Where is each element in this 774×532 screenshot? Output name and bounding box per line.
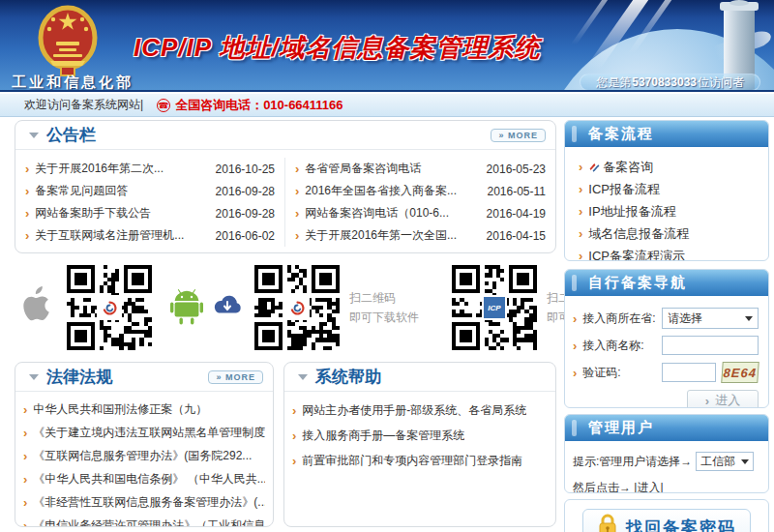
captcha-image[interactable]: 8E64 <box>722 362 759 383</box>
arrow-bullet-icon: › <box>579 249 582 261</box>
law-item[interactable]: ›中华人民共和国刑法修正案（九） <box>15 398 273 421</box>
laws-header: 法律法规 » MORE <box>15 363 273 392</box>
qr-center-logo-red <box>286 297 308 318</box>
process-link[interactable]: ›ICP报备流程 <box>579 178 768 200</box>
announcement-item[interactable]: ›关于开展2016年第二次...2016-10-25 <box>25 158 275 180</box>
process-link-label: IP地址报备流程 <box>588 203 675 221</box>
announcements-panel: 公告栏 » MORE ›关于开展2016年第二次...2016-10-25 ›备… <box>15 120 556 253</box>
retrieve-password-button[interactable]: 找回备案密码 <box>582 509 751 532</box>
announcement-date: 2016-04-15 <box>487 229 546 243</box>
law-item[interactable]: ›《互联网信息服务管理办法》(国务院292... <box>15 444 273 467</box>
law-item[interactable]: ›《非经营性互联网信息服务备案管理办法》(... <box>15 490 273 514</box>
welcome-text: 欢迎访问备案系统网站| <box>24 97 143 113</box>
hotline-label: 全国咨询电话： <box>175 98 263 112</box>
announcement-item[interactable]: ›网站备案助手下载公告2016-09-28 <box>25 202 275 224</box>
admin-enter-row: 然后点击→ |进入| <box>573 480 760 493</box>
caption-line: 扫二维码 <box>349 288 419 308</box>
apple-icon <box>20 286 53 329</box>
law-title: 《电信业务经营许可管理办法》（工业和信息... <box>33 517 265 528</box>
cloud-download-icon <box>212 294 243 321</box>
help-item[interactable]: ›接入服务商手册—备案管理系统 <box>284 423 555 448</box>
help-item-title: 网站主办者使用手册-部级系统、各省局系统 <box>302 402 526 419</box>
laws-title: 法律法规 <box>46 366 112 388</box>
phone-icon: ☎ <box>157 99 170 112</box>
announcement-date: 2016-09-28 <box>216 185 275 198</box>
enter-row: ›进入 <box>573 390 759 408</box>
arrow-bullet-icon: › <box>25 228 29 243</box>
announcement-date: 2016-06-02 <box>216 229 275 243</box>
isp-name-row: › 接入商名称: <box>573 336 759 355</box>
law-title: 《关于建立境内违法互联网站黑名单管理制度... <box>33 425 265 441</box>
qr-center-logo-blue: ICP <box>484 297 505 318</box>
help-title: 系统帮助 <box>315 366 381 388</box>
announcement-date: 2016-05-23 <box>487 163 546 176</box>
isp-name-label: 接入商名称: <box>582 338 662 354</box>
arrow-bullet-icon: › <box>573 311 577 326</box>
announcements-more-button[interactable]: » MORE <box>491 129 546 142</box>
arrow-bullet-icon: › <box>23 426 27 440</box>
process-link[interactable]: ›ICP备案流程演示 <box>579 245 768 261</box>
announcements-left-column: ›关于开展2016年第二次...2016-10-25 ›备案常见问题回答2016… <box>15 158 285 247</box>
announcement-item[interactable]: ›2016年全国各省接入商备案...2016-05-11 <box>295 180 546 202</box>
captcha-input[interactable] <box>662 363 716 382</box>
filing-process-title: 备案流程 <box>588 125 654 143</box>
announcement-item[interactable]: ›各省管局备案咨询电话2016-05-23 <box>295 158 546 180</box>
arrow-icon: › <box>705 394 709 408</box>
announcement-item[interactable]: ›关于开展2016年第一次全国...2016-04-15 <box>295 224 546 247</box>
site-title: ICP/IP 地址/域名信息备案管理系统 <box>134 31 564 65</box>
light-streak <box>571 0 608 44</box>
arrow-bullet-icon: › <box>25 206 29 221</box>
filing-process-panel: 备案流程 ›备案咨询 ›ICP报备流程 ›IP地址报备流程 ›域名信息报备流程 … <box>564 120 769 261</box>
arrow-bullet-icon: › <box>292 403 296 418</box>
announcement-date: 2016-04-19 <box>487 207 546 221</box>
help-header: 系统帮助 <box>284 363 555 392</box>
filing-process-header: 备案流程 <box>565 121 768 147</box>
process-link[interactable]: ›IP地址报备流程 <box>579 200 768 222</box>
announcement-item[interactable]: ›备案常见问题回答2016-09-28 <box>25 180 275 202</box>
help-item[interactable]: ›网站主办者使用手册-部级系统、各省局系统 <box>284 398 555 423</box>
triangle-down-icon <box>29 374 39 380</box>
arrow-bullet-icon: › <box>25 162 29 176</box>
announcement-date: 2016-10-25 <box>216 163 275 176</box>
isp-name-input[interactable] <box>662 336 759 355</box>
announcement-title: 备案常见问题回答 <box>35 183 209 199</box>
announcement-date: 2016-05-11 <box>488 185 547 198</box>
android-icon <box>169 285 204 330</box>
law-item[interactable]: ›《电信业务经营许可管理办法》（工业和信息... <box>15 514 273 527</box>
process-link[interactable]: ›备案咨询 <box>579 156 768 178</box>
caption-line: 即可下载软件 <box>349 308 419 327</box>
arrow-bullet-icon: › <box>295 184 299 198</box>
process-link[interactable]: ›域名信息报备流程 <box>579 222 768 245</box>
announcement-title: 2016年全国各省接入商备案... <box>305 183 481 199</box>
retrieve-password-panel: 找回备案密码 <box>564 499 769 532</box>
help-item-title: 前置审批部门和专项内容管理部门登录指南 <box>302 453 522 469</box>
province-select-value: 请选择 <box>668 310 702 327</box>
law-title: 《互联网信息服务管理办法》(国务院292... <box>33 448 252 464</box>
hotline: 全国咨询电话：010-66411166 <box>175 97 342 114</box>
help-item-title: 接入服务商手册—备案管理系统 <box>302 428 464 444</box>
help-item[interactable]: ›前置审批部门和专项内容管理部门登录指南 <box>284 448 555 473</box>
province-label: 接入商所在省: <box>582 310 662 327</box>
arrow-bullet-icon: › <box>23 449 27 463</box>
qr-download-caption: 扫二维码 即可下载软件 <box>349 288 419 327</box>
law-item[interactable]: ›《关于建立境内违法互联网站黑名单管理制度... <box>15 421 273 444</box>
admin-enter-link[interactable]: |进入| <box>634 480 663 493</box>
arrow-bullet-icon: › <box>23 402 27 417</box>
announcement-item[interactable]: ›关于互联网域名注册管理机...2016-06-02 <box>25 224 275 247</box>
enter-button[interactable]: ›进入 <box>687 390 759 408</box>
law-item[interactable]: ›《中华人民共和国电信条例》 （中华人民共... <box>15 467 273 490</box>
help-list: ›网站主办者使用手册-部级系统、各省局系统 ›接入服务商手册—备案管理系统 ›前… <box>284 392 555 473</box>
chevron-down-icon <box>741 459 749 464</box>
admin-hint-row: 提示:管理用户请选择→ 工信部 <box>573 452 760 471</box>
visitor-count: 5370833033 <box>632 75 697 89</box>
province-row: › 接入商所在省: 请选择 <box>573 308 759 329</box>
arrow-bullet-icon: › <box>579 226 582 241</box>
laws-more-button[interactable]: » MORE <box>208 370 263 384</box>
province-select[interactable]: 请选择 <box>662 308 759 329</box>
admin-department-select[interactable]: 工信部 <box>696 452 754 471</box>
qr-logo-text: ICP <box>488 304 500 312</box>
arrow-bullet-icon: › <box>579 160 582 174</box>
arrow-bullet-icon: › <box>23 472 27 487</box>
header-banner: 工业和信息化部 ICP/IP 地址/域名信息备案管理系统 您是第53708330… <box>0 0 774 92</box>
announcement-item[interactable]: ›网站备案咨询电话（010-6...2016-04-19 <box>295 202 546 224</box>
